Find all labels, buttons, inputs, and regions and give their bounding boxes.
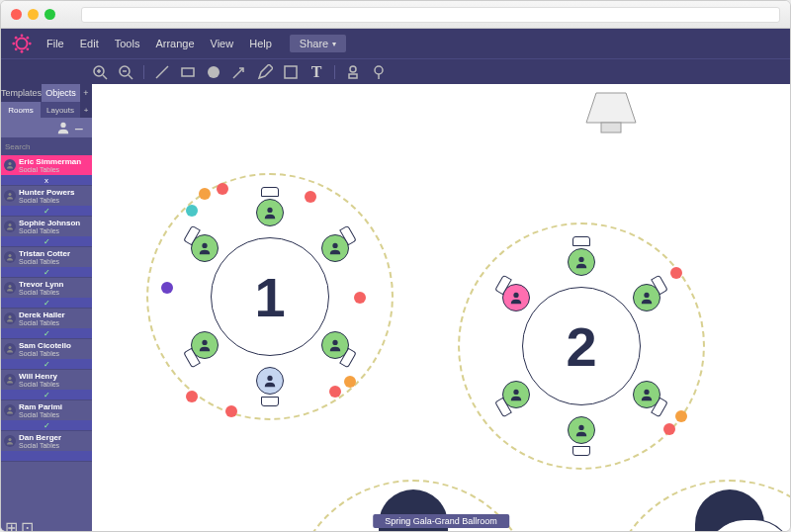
strip-icon-2[interactable]: ⊡ [21, 518, 31, 528]
svg-point-32 [9, 285, 12, 288]
sidebar: Templates Objects + Rooms Layouts + − [1, 84, 92, 531]
guest-status-bar[interactable]: x [1, 175, 92, 185]
sidebar-bottom-strip: ⊞ ⊡ [1, 515, 92, 531]
subtab-add[interactable]: + [80, 102, 92, 118]
guest-status-bar[interactable]: ✓ [1, 206, 92, 216]
close-dot[interactable] [11, 9, 22, 20]
marker-dot[interactable] [670, 267, 682, 279]
subtab-rooms[interactable]: Rooms [1, 102, 41, 118]
arrow-tool-icon[interactable] [231, 64, 247, 80]
guest-item[interactable]: Derek HallerSocial Tables✓ [1, 309, 92, 339]
app-logo[interactable] [9, 31, 35, 56]
minimize-dot[interactable] [28, 9, 39, 20]
tab-templates[interactable]: Templates [1, 84, 42, 102]
marker-dot[interactable] [161, 282, 173, 294]
seat[interactable] [256, 199, 284, 226]
chair[interactable] [572, 236, 590, 246]
status-mark-icon: ✓ [44, 299, 50, 308]
chair[interactable] [572, 446, 590, 456]
stamp-tool-icon[interactable] [345, 64, 361, 80]
guest-status-bar[interactable]: ✓ [1, 420, 92, 430]
marker-dot[interactable] [186, 391, 198, 402]
menu-view[interactable]: View [211, 38, 234, 49]
guest-item[interactable]: Dan BergerSocial Tables [1, 431, 92, 462]
menu-edit[interactable]: Edit [80, 38, 99, 49]
marker-dot[interactable] [186, 205, 198, 217]
shape-tool-icon[interactable] [283, 64, 299, 80]
zoom-out-icon[interactable] [118, 64, 133, 80]
floorplan-canvas[interactable]: 1 [92, 84, 790, 531]
guest-name: Trevor Lynn [19, 280, 89, 289]
collapse-icon[interactable]: − [74, 121, 88, 134]
guest-item[interactable]: Sam CicotelloSocial Tables✓ [1, 339, 92, 370]
rect-tool-icon[interactable] [180, 64, 196, 80]
marker-dot[interactable] [305, 191, 316, 203]
guest-item[interactable]: Tristan CotterSocial Tables✓ [1, 247, 92, 278]
subtab-layouts[interactable]: Layouts [41, 102, 80, 118]
marker-dot[interactable] [675, 410, 687, 422]
guest-item[interactable]: Hunter PowersSocial Tables✓ [1, 186, 92, 217]
guest-name: Hunter Powers [19, 188, 89, 197]
guest-item[interactable]: Eric SimmermanSocial Tablesx [1, 155, 92, 186]
zoom-in-icon[interactable] [92, 64, 108, 80]
svg-point-45 [202, 243, 207, 248]
avatar-icon [4, 221, 16, 232]
event-label[interactable]: Spring Gala-Grand Ballroom [373, 514, 509, 528]
svg-line-19 [233, 68, 243, 78]
share-button[interactable]: Share ▾ [290, 35, 346, 52]
tab-add[interactable]: + [80, 84, 92, 102]
pin-tool-icon[interactable] [371, 64, 387, 80]
guest-status-bar[interactable] [1, 451, 92, 461]
marker-dot[interactable] [344, 376, 356, 388]
menu-arrange[interactable]: Arrange [155, 38, 194, 49]
guest-status-bar[interactable]: ✓ [1, 328, 92, 338]
marker-dot[interactable] [217, 183, 228, 195]
search-input[interactable] [5, 142, 92, 151]
svg-rect-39 [601, 123, 621, 133]
svg-point-43 [267, 376, 272, 381]
url-bar[interactable] [81, 7, 780, 23]
svg-point-44 [202, 340, 207, 345]
chair[interactable] [261, 397, 279, 406]
maximize-dot[interactable] [44, 9, 55, 20]
svg-line-14 [129, 75, 132, 79]
guest-item[interactable]: Ram ParimiSocial Tables✓ [1, 400, 92, 431]
guest-name: Derek Haller [19, 310, 89, 319]
svg-line-10 [103, 75, 107, 79]
marker-dot[interactable] [663, 423, 675, 435]
tab-objects[interactable]: Objects [42, 84, 80, 102]
seat[interactable] [568, 416, 595, 444]
line-tool-icon[interactable] [154, 64, 170, 80]
guest-status-bar[interactable]: ✓ [1, 298, 92, 308]
pencil-tool-icon[interactable] [257, 64, 273, 80]
guest-item[interactable]: Will HenrySocial Tables✓ [1, 370, 92, 400]
svg-point-31 [9, 254, 12, 257]
marker-dot[interactable] [199, 188, 211, 200]
text-tool-icon[interactable]: T [308, 64, 324, 80]
menu-help[interactable]: Help [249, 38, 272, 49]
svg-point-50 [513, 390, 518, 395]
strip-icon-1[interactable]: ⊞ [5, 518, 15, 528]
guest-status-bar[interactable]: ✓ [1, 236, 92, 246]
guest-name: Dan Berger [19, 433, 89, 442]
table-2[interactable]: 2 [522, 287, 641, 405]
marker-dot[interactable] [329, 386, 341, 398]
marker-dot[interactable] [354, 292, 366, 304]
chair[interactable] [261, 187, 279, 197]
menu-file[interactable]: File [46, 38, 64, 49]
table-1[interactable]: 1 [211, 237, 329, 356]
guest-status-bar[interactable]: ✓ [1, 359, 92, 369]
menu-tools[interactable]: Tools [115, 38, 140, 49]
guest-name: Sam Cicotello [19, 341, 89, 350]
guest-list[interactable]: Eric SimmermanSocial TablesxHunter Power… [1, 155, 92, 515]
guest-item[interactable]: Sophie JohnsonSocial Tables✓ [1, 217, 92, 247]
marker-dot[interactable] [225, 405, 237, 417]
guest-status-bar[interactable]: ✓ [1, 267, 92, 277]
seat[interactable] [568, 248, 595, 276]
seat[interactable] [256, 367, 284, 395]
guest-status-bar[interactable]: ✓ [1, 390, 92, 399]
circle-tool-icon[interactable] [206, 64, 221, 80]
people-filter-icon[interactable] [56, 121, 70, 134]
projector-object[interactable] [576, 88, 646, 137]
guest-item[interactable]: Trevor LynnSocial Tables✓ [1, 278, 92, 309]
